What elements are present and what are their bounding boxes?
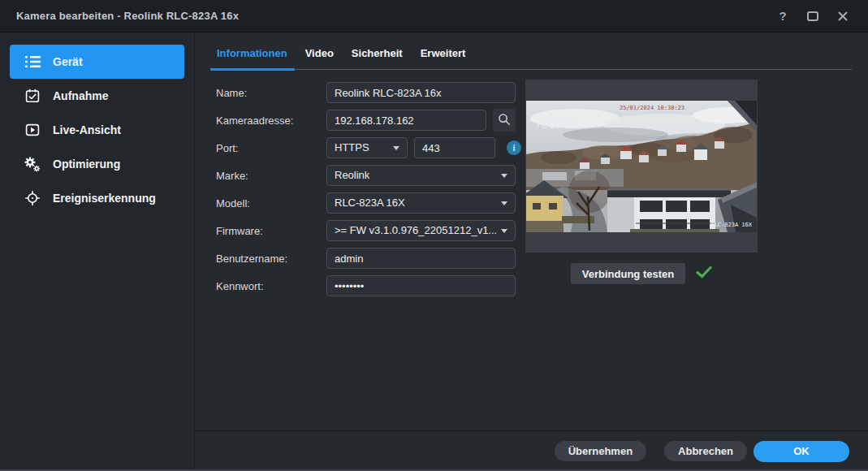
form-row-address: Kameraadresse: [216, 110, 541, 131]
brand-label: Marke: [216, 170, 326, 182]
success-check-icon [696, 266, 712, 282]
form-row-port: Port: HTTPS i [216, 137, 541, 158]
sidebar-item-label: Ereigniserkennung [53, 192, 156, 205]
sidebar-item-aufnahme[interactable]: Aufnahme [10, 79, 184, 113]
form-row-firmware: Firmware: >= FW v3.1.0.976_22051212_v1..… [216, 220, 541, 241]
tab-erweitert[interactable]: Erweitert [420, 45, 467, 69]
connection-test-row: Verbindung testen [525, 263, 758, 284]
model-label: Modell: [216, 197, 326, 210]
maximize-icon[interactable] [805, 9, 820, 24]
chevron-down-icon [501, 174, 507, 178]
name-input[interactable] [326, 82, 516, 103]
chevron-down-icon [501, 201, 507, 205]
search-camera-button[interactable] [493, 109, 516, 132]
target-icon [24, 191, 41, 206]
tab-informationen[interactable]: Informationen [216, 45, 288, 69]
test-connection-button[interactable]: Verbindung testen [571, 263, 685, 284]
port-label: Port: [216, 142, 326, 154]
camera-address-input[interactable] [326, 110, 486, 131]
sidebar-item-label: Gerät [53, 55, 83, 68]
ok-button[interactable]: OK [754, 441, 849, 462]
sidebar-item-label: Optimierung [53, 158, 120, 171]
sidebar: Gerät Aufnahme Live-Ansicht [0, 32, 195, 471]
sidebar-item-live-ansicht[interactable]: Live-Ansicht [10, 113, 184, 147]
username-label: Benutzername: [216, 253, 326, 265]
reolink-watermark: reolink [537, 117, 578, 131]
chevron-down-icon [501, 229, 507, 233]
window-controls: ? [775, 9, 850, 24]
tab-bar: Informationen Video Sicherheit Erweitert [216, 45, 852, 70]
calendar-check-icon [24, 89, 41, 104]
list-icon [24, 54, 41, 70]
form-row-model: Modell: RLC-823A 16X [216, 192, 541, 214]
firmware-value: >= FW v3.1.0.976_22051212_v1... [335, 221, 496, 240]
sidebar-item-optimierung[interactable]: Optimierung [10, 147, 184, 181]
username-input[interactable] [326, 248, 516, 269]
brand-value: Reolink [335, 166, 369, 185]
form-row-name: Name: [216, 82, 541, 103]
model-select[interactable]: RLC-823A 16X [326, 192, 516, 214]
firmware-select[interactable]: >= FW v3.1.0.976_22051212_v1... [326, 220, 516, 241]
firmware-label: Firmware: [216, 225, 326, 237]
camera-form: Name: Kameraadresse: Port: HTTPS [216, 82, 541, 296]
camera-snapshot: 25/01/2024 10:30:23 reolink RLC-823A 16X [526, 101, 757, 232]
apply-button[interactable]: Übernehmen [555, 441, 646, 461]
name-label: Name: [216, 87, 326, 99]
tab-video[interactable]: Video [304, 45, 335, 69]
close-icon[interactable] [836, 9, 850, 24]
form-row-username: Benutzername: [216, 248, 541, 269]
window-title: Kamera bearbeiten - Reolink RLC-823A 16x [16, 10, 239, 22]
sidebar-item-geraet[interactable]: Gerät [10, 45, 184, 79]
dialog-footer: Übernehmen Abbrechen OK [195, 430, 868, 471]
protocol-value: HTTPS [335, 138, 369, 158]
model-value: RLC-823A 16X [335, 193, 405, 213]
sidebar-item-label: Live-Ansicht [53, 123, 121, 136]
play-icon [24, 123, 41, 138]
sidebar-item-label: Aufnahme [53, 89, 108, 102]
gears-icon [24, 157, 41, 172]
titlebar: Kamera bearbeiten - Reolink RLC-823A 16x… [0, 0, 868, 32]
content-area: Informationen Video Sicherheit Erweitert… [195, 32, 868, 471]
address-label: Kameraadresse: [216, 115, 326, 127]
form-row-password: Kennwort: [216, 275, 541, 296]
chevron-down-icon [393, 146, 399, 150]
tab-sicherheit[interactable]: Sicherheit [351, 45, 404, 69]
brand-select[interactable]: Reolink [326, 165, 516, 186]
sidebar-item-ereigniserkennung[interactable]: Ereigniserkennung [10, 181, 184, 215]
osd-camera-name: RLC-823A 16X [710, 222, 752, 228]
search-icon [498, 113, 511, 128]
password-input[interactable] [326, 275, 516, 296]
cancel-button[interactable]: Abbrechen [664, 441, 747, 461]
protocol-select[interactable]: HTTPS [326, 137, 408, 158]
form-row-brand: Marke: Reolink [216, 165, 541, 186]
info-icon[interactable]: i [507, 140, 521, 155]
help-icon[interactable]: ? [775, 9, 790, 24]
password-label: Kennwort: [216, 280, 326, 292]
port-input[interactable] [414, 137, 495, 158]
camera-preview-screen: 25/01/2024 10:30:23 reolink RLC-823A 16X [525, 80, 758, 253]
osd-timestamp: 25/01/2024 10:30:23 [620, 105, 684, 111]
camera-preview-panel: 25/01/2024 10:30:23 reolink RLC-823A 16X… [525, 80, 758, 284]
